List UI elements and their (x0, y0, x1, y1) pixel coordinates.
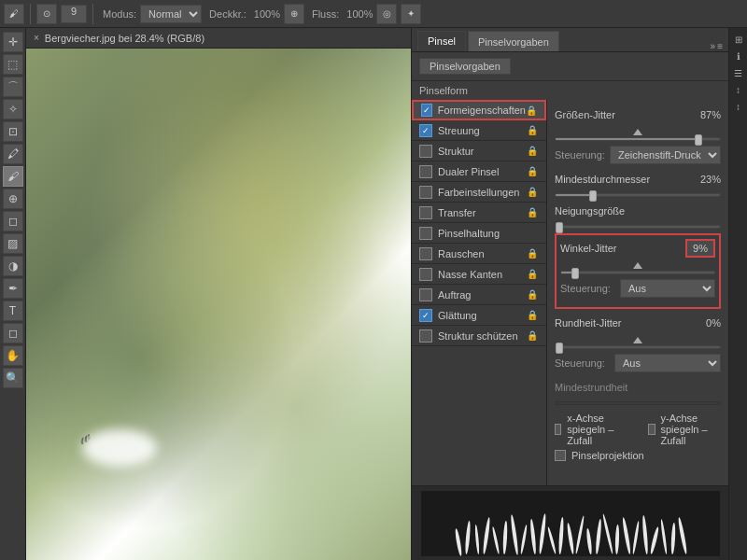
groessen-steuerung-select[interactable]: Zeichenstift-Druck (610, 146, 721, 164)
prop-check-transfer[interactable] (419, 206, 432, 219)
edge-icon-1[interactable]: ⊞ (731, 32, 746, 47)
winkel-slider-track[interactable] (560, 271, 715, 274)
magic-wand-tool[interactable]: ✧ (3, 99, 23, 119)
groessen-tri-up (633, 129, 642, 135)
rundheit-slider[interactable] (555, 345, 721, 349)
pinselprojektion-checkbox[interactable] (555, 450, 566, 461)
prop-row-auftrag[interactable]: Auftrag🔒 (412, 285, 546, 305)
winkel-jitter-value: 9% (685, 239, 715, 258)
prop-row-glaettung[interactable]: Glättung🔒 (412, 305, 546, 326)
clone-tool[interactable]: ⊕ (3, 189, 23, 209)
winkel-slider[interactable] (560, 271, 715, 274)
eyedropper-tool[interactable]: 🖍 (3, 144, 23, 164)
prop-row-nasse-kanten[interactable]: Nasse Kanten🔒 (412, 264, 546, 285)
opacity-icon[interactable]: ⊕ (284, 4, 304, 24)
mindest-value: 23% (688, 174, 721, 185)
move-tool[interactable]: ✛ (3, 32, 23, 52)
edge-icon-2[interactable]: ℹ (731, 49, 746, 63)
prop-check-dualer-pinsel[interactable] (419, 165, 432, 178)
dodge-tool[interactable]: ◑ (3, 256, 23, 276)
tab-pinselvorgaben[interactable]: Pinselvorgaben (468, 31, 559, 51)
airbrush-icon[interactable]: ✦ (401, 4, 421, 24)
rundheit-slider-track[interactable] (555, 345, 721, 349)
prop-check-nasse-kanten[interactable] (419, 268, 432, 281)
brush-size-input[interactable]: 9 (61, 5, 87, 23)
groessen-slider-thumb[interactable] (695, 134, 702, 146)
prop-row-struktur[interactable]: Struktur🔒 (412, 141, 546, 161)
neigung-slider-track[interactable] (555, 225, 721, 229)
prop-label-dualer-pinsel: Dualer Pinsel (438, 166, 526, 177)
edge-icon-5[interactable]: ↕ (731, 99, 746, 114)
brush-size-icon[interactable]: ⊙ (36, 4, 57, 24)
rundheit-steuerung-select[interactable]: Aus (614, 354, 721, 372)
canvas-close[interactable]: × (34, 33, 39, 43)
prop-row-struktur-schuetzen[interactable]: Struktur schützen🔒 (412, 326, 546, 346)
brush-settings-panel: Pinsel Pinselvorgaben » ≡ Pinselvorgaben… (411, 28, 728, 560)
prop-row-transfer[interactable]: Transfer🔒 (412, 203, 546, 223)
prop-check-formeigenschaften[interactable] (421, 104, 432, 117)
tab-pinsel[interactable]: Pinsel (417, 31, 466, 51)
pen-tool[interactable]: ✒ (3, 278, 23, 299)
rundheit-slider-thumb[interactable] (556, 343, 563, 354)
brush-tool-icon[interactable]: 🖌 (4, 4, 24, 24)
flow-label: Fluss: (312, 8, 339, 20)
brush-tool[interactable]: 🖌 (3, 166, 23, 187)
prop-row-streuung[interactable]: Streuung🔒 (412, 120, 546, 141)
groessen-slider[interactable] (555, 137, 721, 141)
settings-panel: Formeigenschaften🔒Streuung🔒Struktur🔒Dual… (412, 100, 728, 485)
prop-lock-transfer: 🔒 (526, 206, 539, 219)
crop-tool[interactable]: ⊡ (3, 121, 23, 142)
prop-row-rauschen[interactable]: Rauschen🔒 (412, 244, 546, 264)
edge-icon-4[interactable]: ↕ (731, 82, 746, 97)
y-achse-checkbox[interactable] (648, 424, 655, 435)
groessen-slider-fill (556, 138, 698, 140)
mindest-slider[interactable] (555, 193, 721, 197)
selection-tool[interactable]: ⬚ (3, 54, 23, 75)
prop-check-pinselhaltung[interactable] (419, 227, 432, 240)
prop-label-transfer: Transfer (438, 207, 526, 218)
edge-icon-3[interactable]: ☰ (731, 65, 746, 80)
gradient-tool[interactable]: ▨ (3, 233, 23, 254)
prop-row-farbeinstellungen[interactable]: Farbeinstellungen🔒 (412, 182, 546, 203)
groessen-slider-track[interactable] (555, 137, 721, 141)
flow-icon[interactable]: ◎ (376, 4, 397, 24)
prop-row-formeigenschaften[interactable]: Formeigenschaften🔒 (412, 100, 546, 120)
mode-select[interactable]: Normal (140, 5, 202, 23)
mindest-slider-thumb[interactable] (589, 190, 597, 202)
zoom-tool[interactable]: 🔍 (3, 368, 23, 388)
hand-tool[interactable]: ✋ (3, 345, 23, 366)
winkel-steuerung-select[interactable]: Aus (620, 279, 715, 298)
prop-check-struktur[interactable] (419, 145, 432, 158)
prop-check-farbeinstellungen[interactable] (419, 186, 432, 199)
prop-row-pinselhaltung[interactable]: Pinselhaltung (412, 223, 546, 244)
shape-tool[interactable]: ◻ (3, 323, 23, 343)
mindest-slider-track[interactable] (555, 193, 721, 197)
opacity-label: Deckkr.: (209, 8, 247, 20)
x-achse-label: x-Achse spiegeln – Zufall (567, 413, 627, 446)
mindestrundheit-label: Mindestrundheit (555, 382, 721, 393)
prop-label-auftrag: Auftrag (438, 289, 526, 301)
toolbar-separator-2 (92, 4, 93, 24)
winkel-steuerung-row: Steuerung: Aus (560, 279, 715, 298)
neigung-slider[interactable] (555, 225, 721, 229)
steuerung-label-2: Steuerung: (560, 283, 616, 294)
expand-icon[interactable]: » (711, 41, 716, 51)
prop-check-auftrag[interactable] (419, 288, 432, 301)
lasso-tool[interactable]: ⌒ (3, 77, 23, 97)
prop-check-glaettung[interactable] (419, 309, 432, 322)
neigung-slider-thumb[interactable] (556, 222, 563, 233)
x-achse-checkbox[interactable] (555, 424, 561, 435)
canvas-content[interactable]: 𝓌 (26, 49, 411, 560)
flow-value: 100% (346, 8, 373, 20)
menu-icon[interactable]: ≡ (717, 41, 723, 51)
eraser-tool[interactable]: ◻ (3, 211, 23, 231)
brush-preview-svg (421, 491, 720, 556)
prop-row-dualer-pinsel[interactable]: Dualer Pinsel🔒 (412, 161, 546, 182)
prop-check-rauschen[interactable] (419, 247, 432, 260)
text-tool[interactable]: T (3, 301, 23, 321)
prop-check-streuung[interactable] (419, 124, 432, 137)
winkel-slider-thumb[interactable] (571, 268, 579, 279)
groessen-jitter-value: 87% (688, 109, 721, 120)
pinselvorgaben-button[interactable]: Pinselvorgaben (419, 58, 511, 75)
prop-check-struktur-schuetzen[interactable] (419, 329, 432, 343)
